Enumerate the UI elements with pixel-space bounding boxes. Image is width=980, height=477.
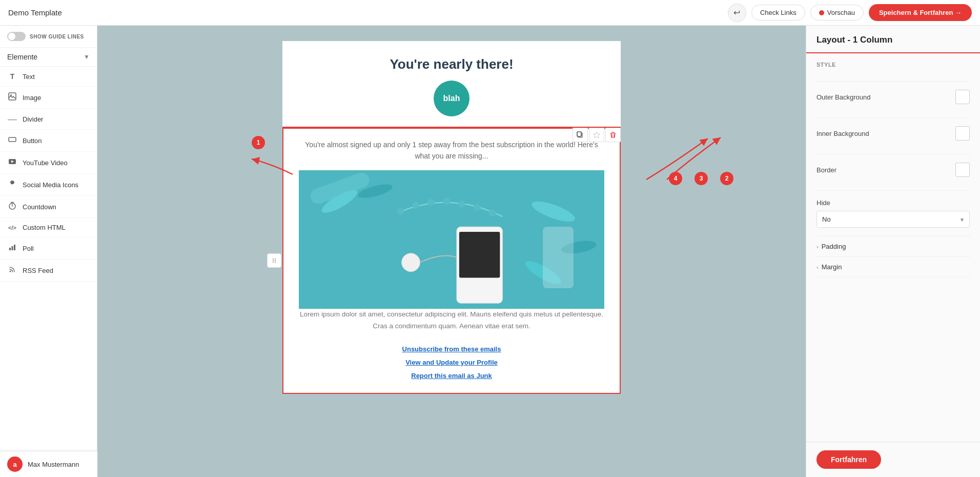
- svg-point-9: [10, 271, 11, 272]
- padding-collapsible[interactable]: › Padding: [816, 236, 970, 257]
- rss-icon: [7, 265, 17, 275]
- unsubscribe-link[interactable]: Unsubscribe from these emails: [299, 343, 604, 356]
- template-title-input[interactable]: [8, 8, 162, 17]
- button-icon: [7, 135, 17, 146]
- sidebar-item-label: Countdown: [23, 203, 56, 211]
- right-sidebar-header: Layout - 1 Column: [806, 26, 980, 53]
- main-area: SHOW GUIDE LINES Elemente ▼ T Text Image…: [0, 26, 980, 477]
- undo-button[interactable]: ↩: [728, 4, 746, 22]
- margin-label: Margin: [822, 263, 842, 271]
- annotation-3: 3: [695, 172, 708, 185]
- sidebar-item-rss[interactable]: RSS Feed: [0, 260, 97, 282]
- topbar: ↩ Check Links Vorschau Speichern & Fortf…: [0, 0, 980, 26]
- sidebar-items-list: T Text Image — Divider Button: [0, 67, 97, 450]
- svg-point-35: [489, 209, 496, 216]
- report-junk-link[interactable]: Report this email as Junk: [299, 369, 604, 383]
- sidebar-item-divider[interactable]: — Divider: [0, 109, 97, 130]
- email-body-intro: You're almost signed up and only 1 step …: [299, 139, 604, 162]
- inner-bg-row: Inner Background: [816, 126, 970, 141]
- right-panel-title: Layout - 1 Column: [816, 35, 970, 52]
- favorite-section-button[interactable]: [589, 128, 604, 142]
- sidebar-item-custom-html[interactable]: </> Custom HTML: [0, 218, 97, 237]
- sidebar-item-text[interactable]: T Text: [0, 67, 97, 87]
- svg-point-30: [413, 202, 420, 209]
- svg-point-17: [273, 262, 274, 263]
- user-bar: a Max Mustermann: [0, 451, 97, 477]
- delete-section-button[interactable]: [605, 128, 621, 142]
- sidebar-item-countdown[interactable]: Countdown: [0, 196, 97, 218]
- annotation-2: 2: [720, 172, 733, 185]
- right-sidebar-content: Style Outer Background Inner Background …: [806, 53, 980, 442]
- hide-select-wrapper: No Yes: [816, 211, 970, 228]
- email-logo: blah: [434, 81, 469, 116]
- canvas-container: You're nearly there! blah: [282, 41, 621, 394]
- svg-point-33: [458, 200, 465, 207]
- sidebar-item-label: Divider: [23, 115, 43, 123]
- sidebar-item-label: Poll: [23, 245, 34, 252]
- svg-marker-22: [594, 132, 600, 138]
- update-profile-link[interactable]: View and Update your Profile: [299, 356, 604, 369]
- image-icon: [7, 92, 17, 103]
- svg-point-14: [275, 259, 276, 260]
- sidebar-item-label: RSS Feed: [23, 267, 53, 274]
- svg-point-34: [474, 204, 481, 211]
- sidebar-item-image[interactable]: Image: [0, 87, 97, 109]
- email-wrapper: You're nearly there! blah: [282, 41, 621, 394]
- chevron-down-icon: ▼: [84, 53, 90, 61]
- svg-rect-7: [12, 246, 13, 250]
- svg-rect-6: [9, 248, 11, 250]
- style-section-label: Style: [816, 62, 970, 68]
- divider-icon: —: [7, 114, 17, 124]
- svg-rect-2: [9, 137, 16, 142]
- hide-select[interactable]: No Yes: [816, 211, 970, 228]
- border-swatch[interactable]: [955, 163, 970, 177]
- undo-icon: ↩: [733, 8, 740, 17]
- email-selected-section[interactable]: You're almost signed up and only 1 step …: [282, 128, 621, 394]
- sidebar-item-label: Image: [23, 94, 41, 102]
- check-links-button[interactable]: Check Links: [751, 5, 805, 21]
- countdown-icon: [7, 202, 17, 212]
- inner-bg-swatch[interactable]: [955, 126, 970, 141]
- sidebar-item-social[interactable]: Social Media Icons: [0, 174, 97, 196]
- elements-dropdown[interactable]: Elemente ▼: [0, 48, 97, 67]
- email-header-section[interactable]: You're nearly there! blah: [282, 41, 621, 128]
- youtube-icon: [7, 157, 17, 168]
- style-section: Style: [816, 53, 970, 82]
- svg-point-15: [273, 260, 274, 261]
- chevron-right-icon: ›: [816, 264, 819, 270]
- svg-point-13: [273, 259, 274, 260]
- border-row: Border: [816, 163, 970, 177]
- sidebar-item-youtube[interactable]: YouTube Video: [0, 152, 97, 174]
- sidebar-item-label: Social Media Icons: [23, 181, 78, 189]
- sidebar-item-label: Custom HTML: [23, 224, 66, 231]
- svg-point-18: [275, 262, 276, 263]
- svg-rect-20: [577, 132, 581, 136]
- fortfahren-button[interactable]: Fortfahren: [816, 450, 881, 469]
- copy-section-button[interactable]: [573, 128, 588, 142]
- sidebar-item-button[interactable]: Button: [0, 130, 97, 152]
- drag-handle[interactable]: [267, 253, 281, 268]
- guide-lines-toggle[interactable]: [7, 32, 26, 41]
- guide-lines-label: SHOW GUIDE LINES: [30, 34, 84, 39]
- svg-rect-23: [299, 171, 604, 308]
- toggle-knob: [8, 33, 15, 40]
- hide-section: Hide No Yes: [816, 191, 970, 236]
- text-icon: T: [7, 72, 17, 81]
- sidebar-item-poll[interactable]: Poll: [0, 237, 97, 260]
- sidebar-item-label: YouTube Video: [23, 159, 68, 167]
- svg-point-16: [275, 260, 276, 261]
- svg-point-32: [443, 197, 450, 205]
- outer-bg-section: Outer Background: [816, 82, 970, 118]
- left-sidebar: SHOW GUIDE LINES Elemente ▼ T Text Image…: [0, 26, 97, 477]
- vorschau-button[interactable]: Vorschau: [810, 5, 864, 21]
- email-header-title: You're nearly there!: [293, 56, 610, 72]
- svg-rect-8: [14, 245, 15, 250]
- poll-icon: [7, 243, 17, 253]
- margin-collapsible[interactable]: › Margin: [816, 257, 970, 277]
- chevron-right-icon: ›: [816, 244, 819, 250]
- topbar-right: ↩ Check Links Vorschau Speichern & Fortf…: [728, 4, 972, 22]
- svg-point-31: [427, 198, 435, 206]
- save-button[interactable]: Speichern & Fortfahren →: [869, 4, 972, 21]
- sidebar-item-label: Button: [23, 137, 42, 145]
- outer-bg-swatch[interactable]: [955, 90, 970, 104]
